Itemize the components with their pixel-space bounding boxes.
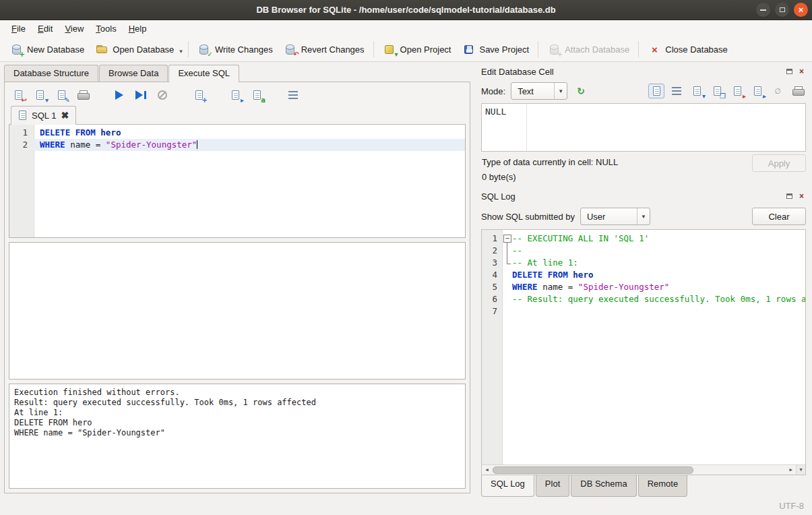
set-null-icon[interactable]: ∅ [770,84,786,98]
chevron-down-icon: ▼ [637,208,650,224]
horizontal-scrollbar[interactable]: ◀ ▶ ▼ [482,464,805,475]
execute-all-icon[interactable] [113,89,126,101]
titlebar: DB Browser for SQLite - /home/user/code/… [0,0,812,20]
fold-margin [502,293,512,305]
import-data-icon[interactable]: ▾ [689,84,705,98]
tab-db-schema[interactable]: DB Schema [571,475,636,497]
open-database-chevron-down-icon[interactable]: ▾ [179,42,185,56]
format-sql-icon[interactable] [286,89,300,101]
write-changes-button[interactable]: ✓ Write Changes [192,40,278,59]
revert-changes-label: Revert Changes [301,44,365,55]
tab-execute-sql[interactable]: Execute SQL [168,65,239,82]
results-grid[interactable] [9,242,466,380]
auto-switch-mode-icon[interactable]: ↻ [573,84,589,98]
clear-log-button[interactable]: Clear [752,208,806,225]
open-project-label: Open Project [400,44,451,55]
log-filter-label: Show SQL submitted by [481,212,575,222]
tab-sql-log[interactable]: SQL Log [481,475,534,497]
save-project-button[interactable]: Save Project [456,40,534,59]
execute-line-icon[interactable] [134,89,148,101]
new-tab-icon[interactable]: + [192,89,206,101]
sql-log-view[interactable]: 1-- EXECUTING ALL IN 'SQL 1'2--3-- At li… [481,229,806,475]
code-line: 4DELETE FROM hero [482,269,805,281]
toolbar-separator [538,41,538,57]
left-pane: Database Structure Browse Data Execute S… [0,62,475,497]
tab-plot[interactable]: Plot [536,475,569,497]
maximize-button[interactable] [775,3,789,17]
scroll-right-icon[interactable]: ▶ [786,467,796,473]
code-line: 7 [482,305,805,317]
cell-editor[interactable]: NULL [481,103,806,152]
mode-select[interactable]: Text ▼ [511,82,567,100]
stop-icon [156,89,169,101]
revert-changes-button[interactable]: ↶ Revert Changes [278,40,370,59]
sql-toolbar: ↩ ▾ ✎ + ▸ a [9,85,466,107]
sql-log-float-icon[interactable] [785,192,794,201]
bottom-tabbar: SQL Log Plot DB Schema Remote [481,475,806,497]
open-project-button[interactable]: ▾ Open Project [377,40,457,59]
sql-editor[interactable]: 1DELETE FROM hero2WHERE name = "Spider-Y… [9,125,466,238]
new-database-button[interactable]: + New Database [4,40,90,59]
sql-log-close-icon[interactable]: × [797,192,806,201]
word-wrap-icon[interactable] [668,84,685,98]
save-sql-file-icon[interactable]: ▾ [33,89,46,101]
encoding-indicator[interactable]: UTF-8 [779,501,804,511]
edit-cell-close-icon[interactable]: × [797,67,806,76]
window-controls: × [756,3,808,17]
attach-database-label: Attach Database [565,44,629,55]
menu-help[interactable]: Help [123,20,153,37]
code-line: 1DELETE FROM hero [9,127,465,139]
edit-cell-header: Edit Database Cell × [481,64,806,79]
new-database-label: New Database [27,44,84,55]
menu-file[interactable]: File [5,20,32,37]
sql-tab-label: SQL 1 [32,111,56,121]
chevron-down-icon: ▼ [554,83,567,99]
menu-view[interactable]: View [59,20,90,37]
find-replace-icon[interactable]: a [250,89,263,101]
open-database-button[interactable]: Open Database [90,40,179,59]
tab-database-structure[interactable]: Database Structure [4,65,98,82]
execute-sql-panel: ↩ ▾ ✎ + ▸ a [4,82,470,493]
edit-cell-float-icon[interactable] [785,67,794,76]
close-window-button[interactable]: × [794,3,808,17]
close-database-label: Close Database [665,44,728,55]
copy-data-icon[interactable]: ❐ [709,84,725,98]
save-data-icon[interactable]: ▸ [749,84,766,98]
save-sql-as-icon[interactable]: ✎ [55,89,68,101]
sql-log-controls: Show SQL submitted by User ▼ Clear [481,204,806,229]
open-database-icon [95,43,108,55]
export-data-icon[interactable]: ▸ [729,84,745,98]
sql-log-header: SQL Log × [481,189,806,204]
scroll-down-icon[interactable]: ▼ [796,465,805,475]
toolbar-separator [373,41,374,57]
log-filter-value: User [581,212,637,222]
export-sql-icon[interactable]: ▸ [228,89,242,101]
menu-tools[interactable]: Tools [90,20,122,37]
code-line: 2WHERE name = "Spider-Youngster" [9,139,465,151]
code-line: 6-- Result: query executed successfully.… [482,293,805,305]
print-sql-icon[interactable] [76,89,90,101]
fold-collapse-icon[interactable] [502,233,512,245]
text-mode-icon[interactable] [648,84,664,98]
sql-tab[interactable]: SQL 1 ✖ [11,106,76,125]
scrollbar-thumb[interactable] [493,466,693,474]
mode-value: Text [511,86,554,96]
close-database-button[interactable]: × Close Database [642,40,733,59]
sql-tab-close-icon[interactable]: ✖ [61,111,69,120]
main-area: Database Structure Browse Data Execute S… [0,62,812,497]
scroll-left-icon[interactable]: ◀ [482,467,492,473]
main-tabbar: Database Structure Browse Data Execute S… [0,62,475,82]
edit-cell-title: Edit Database Cell [481,67,785,77]
log-filter-select[interactable]: User ▼ [580,208,650,225]
menu-edit[interactable]: Edit [32,20,59,37]
open-sql-file-icon[interactable]: ↩ [11,89,25,101]
minimize-button[interactable] [756,3,770,17]
print-cell-icon[interactable] [790,84,806,98]
code-line: 2-- [482,245,805,257]
menubar: File Edit View Tools Help [0,20,812,37]
tab-remote[interactable]: Remote [638,475,688,497]
minimize-icon [760,9,766,11]
cell-info: Type of data currently in cell: NULL 0 b… [481,152,806,189]
open-database-label: Open Database [113,44,174,55]
tab-browse-data[interactable]: Browse Data [99,65,168,82]
